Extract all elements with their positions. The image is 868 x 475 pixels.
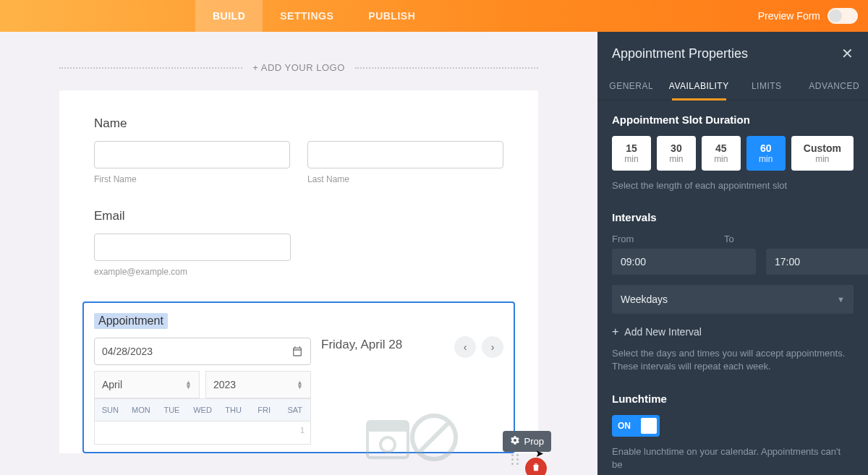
add-new-interval-button[interactable]: + Add New Interval xyxy=(612,325,854,338)
weekday-header: SUN MON TUE WED THU FRI SAT xyxy=(94,399,311,421)
last-name-sublabel: Last Name xyxy=(307,174,503,184)
last-name-input[interactable] xyxy=(307,141,503,168)
month-value: April xyxy=(102,379,122,390)
form-canvas: + ADD YOUR LOGO Name First Name Last Nam… xyxy=(0,32,597,475)
interval-to-label: To xyxy=(724,234,826,244)
svg-line-4 xyxy=(420,423,448,452)
tab-build[interactable]: BUILD xyxy=(195,0,263,32)
close-icon: ✕ xyxy=(841,46,854,61)
preview-form-label: Preview Form xyxy=(758,10,820,22)
close-panel-button[interactable]: ✕ xyxy=(841,45,854,62)
duration-option-60[interactable]: 60 min xyxy=(746,136,786,171)
gear-icon xyxy=(510,435,520,448)
intervals-heading: Intervals xyxy=(612,211,854,223)
interval-from-label: From xyxy=(612,234,714,244)
month-stepper[interactable]: April ▲▼ xyxy=(94,371,200,398)
weekday-label: SUN xyxy=(95,399,126,421)
date-value: 04/28/2023 xyxy=(102,346,153,357)
appointment-label: Appointment xyxy=(94,313,168,329)
weekday-label: SAT xyxy=(279,399,310,421)
email-label: Email xyxy=(94,209,291,223)
duration-heading: Appointment Slot Duration xyxy=(612,114,854,126)
duration-option-30[interactable]: 30 min xyxy=(657,136,696,171)
duration-option-45[interactable]: 45 min xyxy=(702,136,741,171)
duration-option-unit: min xyxy=(759,154,773,164)
chevron-updown-icon: ▲▼ xyxy=(297,380,303,389)
duration-option-unit: min xyxy=(714,154,728,164)
chevron-updown-icon: ▲▼ xyxy=(185,380,192,389)
duration-hint: Select the length of each appointment sl… xyxy=(612,179,854,192)
element-properties-label: Prop xyxy=(524,436,544,447)
intervals-hint: Select the days and times you will accep… xyxy=(612,347,854,373)
email-field-block[interactable]: Email example@example.com xyxy=(94,209,291,277)
year-value: 2023 xyxy=(213,379,236,390)
delete-element-button[interactable] xyxy=(525,458,547,475)
calendar-panel: 04/28/2023 April ▲▼ 2023 xyxy=(94,338,311,445)
lunchtime-toggle-label: ON xyxy=(618,421,631,431)
appointment-field-block[interactable]: Appointment 04/28/2023 April ▲▼ xyxy=(82,301,515,453)
email-input[interactable] xyxy=(94,234,291,261)
calendar-row: 1 xyxy=(94,421,311,445)
tab-publish[interactable]: PUBLISH xyxy=(351,0,433,32)
svg-point-2 xyxy=(380,437,395,452)
calendar-cell[interactable] xyxy=(126,421,157,444)
calendar-cell[interactable] xyxy=(218,421,249,444)
duration-option-unit: min xyxy=(815,154,829,164)
interval-days-select[interactable]: Weekdays ▼ xyxy=(612,285,854,314)
chevron-right-icon: › xyxy=(491,341,495,353)
prev-day-button[interactable]: ‹ xyxy=(454,336,476,358)
calendar-cell[interactable] xyxy=(249,421,280,444)
weekday-label: MON xyxy=(126,399,157,421)
duration-option-15[interactable]: 15 min xyxy=(612,136,651,171)
next-day-button[interactable]: › xyxy=(482,336,503,358)
calendar-cell[interactable] xyxy=(187,421,218,444)
svg-rect-1 xyxy=(367,421,408,432)
duration-option-unit: min xyxy=(669,154,683,164)
add-new-interval-label: Add New Interval xyxy=(624,326,702,338)
weekday-label: FRI xyxy=(249,399,280,421)
interval-to-input[interactable] xyxy=(766,249,868,275)
panel-tab-limits[interactable]: LIMITS xyxy=(733,72,801,100)
tab-settings[interactable]: SETTINGS xyxy=(263,0,351,32)
interval-from-input[interactable] xyxy=(612,249,756,275)
duration-option-number: 15 xyxy=(626,142,637,154)
divider xyxy=(59,67,242,69)
lunchtime-toggle[interactable]: ON xyxy=(612,415,660,437)
name-label: Name xyxy=(94,116,503,131)
preview-form-toggle[interactable] xyxy=(827,8,858,24)
form-card: Name First Name Last Name Email example@… xyxy=(59,90,538,453)
date-input[interactable]: 04/28/2023 xyxy=(94,338,311,365)
properties-panel: Appointment Properties ✕ GENERAL AVAILAB… xyxy=(597,32,868,475)
trash-icon xyxy=(531,462,541,475)
panel-tab-advanced[interactable]: ADVANCED xyxy=(801,72,869,100)
top-bar: BUILD SETTINGS PUBLISH Preview Form xyxy=(0,0,868,32)
name-field-block[interactable]: Name First Name Last Name xyxy=(94,116,503,184)
duration-option-custom[interactable]: Custom min xyxy=(791,136,854,171)
year-stepper[interactable]: 2023 ▲▼ xyxy=(205,371,311,398)
add-logo-button[interactable]: + ADD YOUR LOGO xyxy=(252,62,345,73)
panel-tabs: GENERAL AVAILABILITY LIMITS ADVANCED xyxy=(597,72,868,100)
duration-option-number: 60 xyxy=(760,142,772,154)
calendar-icon xyxy=(292,346,303,357)
duration-options: 15 min 30 min 45 min 60 min Custom min xyxy=(612,136,854,171)
duration-option-number: 30 xyxy=(671,142,682,154)
divider xyxy=(355,67,538,69)
first-name-input[interactable] xyxy=(94,141,290,168)
panel-tab-general[interactable]: GENERAL xyxy=(597,72,665,100)
panel-tab-availability[interactable]: AVAILABILITY xyxy=(665,72,733,100)
chevron-down-icon: ▼ xyxy=(837,295,845,304)
drag-handle-icon[interactable] xyxy=(511,454,519,465)
weekday-label: TUE xyxy=(156,399,187,421)
no-slots-icon xyxy=(362,407,463,472)
weekday-label: THU xyxy=(218,399,249,421)
cursor-icon: ➤ xyxy=(535,448,544,459)
duration-option-unit: min xyxy=(624,154,638,164)
day-slots-panel: Friday, April 28 ‹ › xyxy=(321,338,503,445)
weekday-label: WED xyxy=(187,399,218,421)
add-logo-row: + ADD YOUR LOGO xyxy=(59,62,538,73)
calendar-cell[interactable] xyxy=(156,421,187,444)
calendar-cell[interactable] xyxy=(95,421,126,444)
interval-days-value: Weekdays xyxy=(621,294,668,305)
email-hint: example@example.com xyxy=(94,267,291,277)
calendar-cell[interactable]: 1 xyxy=(279,421,310,444)
